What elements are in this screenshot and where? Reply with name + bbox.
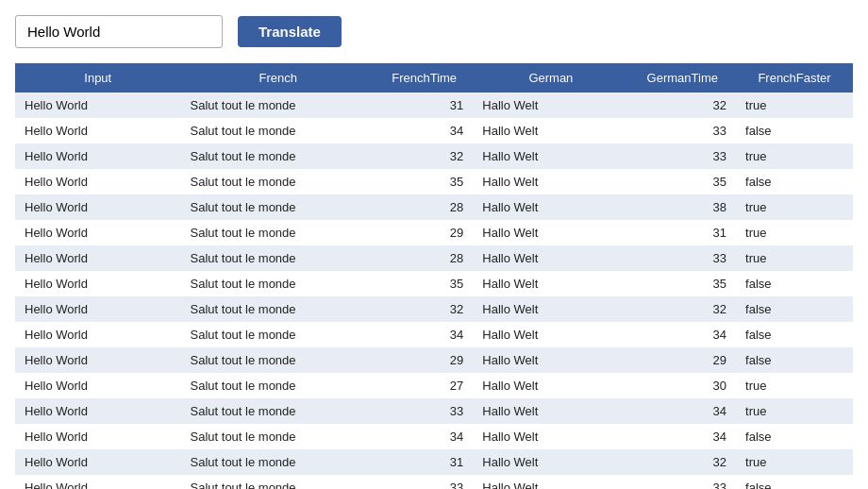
table-cell-french: Salut tout le monde bbox=[181, 194, 376, 220]
table-header-frenchfaster: FrenchFaster bbox=[736, 63, 853, 93]
table-cell-input: Hello World bbox=[15, 271, 181, 296]
table-header-french: French bbox=[181, 63, 376, 93]
table-cell-input: Hello World bbox=[15, 220, 181, 245]
table-header-row: InputFrenchFrenchTimeGermanGermanTimeFre… bbox=[15, 63, 853, 93]
table-cell-frenchfaster: true bbox=[736, 143, 853, 169]
table-cell-input: Hello World bbox=[15, 245, 181, 271]
table-cell-german: Hallo Welt bbox=[473, 194, 628, 220]
table-cell-germantime: 34 bbox=[628, 398, 736, 424]
table-row: Hello WorldSalut tout le monde28Hallo We… bbox=[15, 194, 853, 220]
table-cell-frenchfaster: false bbox=[736, 169, 853, 194]
table-cell-frenchfaster: false bbox=[736, 475, 853, 489]
table-cell-input: Hello World bbox=[15, 169, 181, 194]
table-cell-frenchtime: 29 bbox=[376, 220, 473, 245]
table-row: Hello WorldSalut tout le monde33Hallo We… bbox=[15, 398, 853, 424]
table-cell-germantime: 32 bbox=[628, 93, 736, 118]
table-cell-frenchtime: 32 bbox=[376, 143, 473, 169]
table-cell-input: Hello World bbox=[15, 322, 181, 347]
table-cell-french: Salut tout le monde bbox=[181, 449, 376, 475]
table-cell-input: Hello World bbox=[15, 118, 181, 143]
table-cell-frenchtime: 32 bbox=[376, 296, 473, 322]
table-cell-german: Hallo Welt bbox=[473, 424, 628, 449]
table-row: Hello WorldSalut tout le monde31Hallo We… bbox=[15, 93, 853, 118]
table-row: Hello WorldSalut tout le monde28Hallo We… bbox=[15, 245, 853, 271]
table-cell-german: Hallo Welt bbox=[473, 373, 628, 398]
table-row: Hello WorldSalut tout le monde34Hallo We… bbox=[15, 424, 853, 449]
table-cell-germantime: 34 bbox=[628, 322, 736, 347]
table-row: Hello WorldSalut tout le monde35Hallo We… bbox=[15, 271, 853, 296]
table-cell-german: Hallo Welt bbox=[473, 245, 628, 271]
table-cell-frenchtime: 35 bbox=[376, 169, 473, 194]
table-cell-germantime: 33 bbox=[628, 475, 736, 489]
table-cell-french: Salut tout le monde bbox=[181, 322, 376, 347]
table-cell-frenchfaster: true bbox=[736, 398, 853, 424]
table-row: Hello WorldSalut tout le monde32Hallo We… bbox=[15, 296, 853, 322]
table-cell-germantime: 33 bbox=[628, 143, 736, 169]
table-cell-frenchtime: 31 bbox=[376, 93, 473, 118]
table-cell-frenchtime: 33 bbox=[376, 475, 473, 489]
table-cell-frenchfaster: false bbox=[736, 118, 853, 143]
table-cell-frenchtime: 34 bbox=[376, 424, 473, 449]
table-cell-french: Salut tout le monde bbox=[181, 398, 376, 424]
table-cell-frenchfaster: false bbox=[736, 296, 853, 322]
table-cell-germantime: 35 bbox=[628, 271, 736, 296]
table-header-input: Input bbox=[15, 63, 181, 93]
table-cell-input: Hello World bbox=[15, 398, 181, 424]
table-cell-frenchfaster: true bbox=[736, 449, 853, 475]
table-cell-french: Salut tout le monde bbox=[181, 347, 376, 373]
table-cell-frenchtime: 35 bbox=[376, 271, 473, 296]
table-cell-frenchfaster: false bbox=[736, 322, 853, 347]
table-cell-frenchtime: 33 bbox=[376, 398, 473, 424]
table-cell-germantime: 34 bbox=[628, 424, 736, 449]
table-cell-french: Salut tout le monde bbox=[181, 118, 376, 143]
table-cell-frenchfaster: false bbox=[736, 347, 853, 373]
table-cell-input: Hello World bbox=[15, 449, 181, 475]
table-cell-german: Hallo Welt bbox=[473, 347, 628, 373]
table-cell-frenchtime: 34 bbox=[376, 118, 473, 143]
table-cell-french: Salut tout le monde bbox=[181, 245, 376, 271]
table-cell-french: Salut tout le monde bbox=[181, 475, 376, 489]
table-cell-french: Salut tout le monde bbox=[181, 143, 376, 169]
table-cell-german: Hallo Welt bbox=[473, 475, 628, 489]
table-cell-french: Salut tout le monde bbox=[181, 93, 376, 118]
table-row: Hello WorldSalut tout le monde29Hallo We… bbox=[15, 220, 853, 245]
table-cell-germantime: 35 bbox=[628, 169, 736, 194]
table-cell-frenchfaster: true bbox=[736, 373, 853, 398]
table-cell-input: Hello World bbox=[15, 296, 181, 322]
table-cell-frenchtime: 27 bbox=[376, 373, 473, 398]
search-input[interactable] bbox=[15, 15, 223, 48]
table-cell-german: Hallo Welt bbox=[473, 398, 628, 424]
table-cell-french: Salut tout le monde bbox=[181, 271, 376, 296]
table-cell-input: Hello World bbox=[15, 373, 181, 398]
table-row: Hello WorldSalut tout le monde27Hallo We… bbox=[15, 373, 853, 398]
table-cell-german: Hallo Welt bbox=[473, 271, 628, 296]
table-cell-input: Hello World bbox=[15, 475, 181, 489]
table-cell-german: Hallo Welt bbox=[473, 169, 628, 194]
table-cell-germantime: 38 bbox=[628, 194, 736, 220]
top-bar: Translate bbox=[15, 15, 853, 48]
table-cell-germantime: 32 bbox=[628, 449, 736, 475]
results-table: InputFrenchFrenchTimeGermanGermanTimeFre… bbox=[15, 63, 853, 489]
table-row: Hello WorldSalut tout le monde31Hallo We… bbox=[15, 449, 853, 475]
table-row: Hello WorldSalut tout le monde34Hallo We… bbox=[15, 118, 853, 143]
table-cell-input: Hello World bbox=[15, 424, 181, 449]
table-cell-german: Hallo Welt bbox=[473, 322, 628, 347]
table-row: Hello WorldSalut tout le monde35Hallo We… bbox=[15, 169, 853, 194]
table-row: Hello WorldSalut tout le monde29Hallo We… bbox=[15, 347, 853, 373]
table-row: Hello WorldSalut tout le monde33Hallo We… bbox=[15, 475, 853, 489]
table-cell-frenchfaster: true bbox=[736, 194, 853, 220]
table-cell-german: Hallo Welt bbox=[473, 296, 628, 322]
table-row: Hello WorldSalut tout le monde32Hallo We… bbox=[15, 143, 853, 169]
table-cell-frenchtime: 31 bbox=[376, 449, 473, 475]
table-cell-germantime: 33 bbox=[628, 245, 736, 271]
table-cell-frenchfaster: true bbox=[736, 93, 853, 118]
table-cell-germantime: 33 bbox=[628, 118, 736, 143]
table-cell-germantime: 29 bbox=[628, 347, 736, 373]
table-cell-frenchtime: 28 bbox=[376, 245, 473, 271]
table-cell-german: Hallo Welt bbox=[473, 118, 628, 143]
table-cell-germantime: 32 bbox=[628, 296, 736, 322]
table-cell-germantime: 30 bbox=[628, 373, 736, 398]
translate-button[interactable]: Translate bbox=[238, 16, 342, 47]
table-cell-frenchtime: 28 bbox=[376, 194, 473, 220]
table-cell-frenchtime: 34 bbox=[376, 322, 473, 347]
